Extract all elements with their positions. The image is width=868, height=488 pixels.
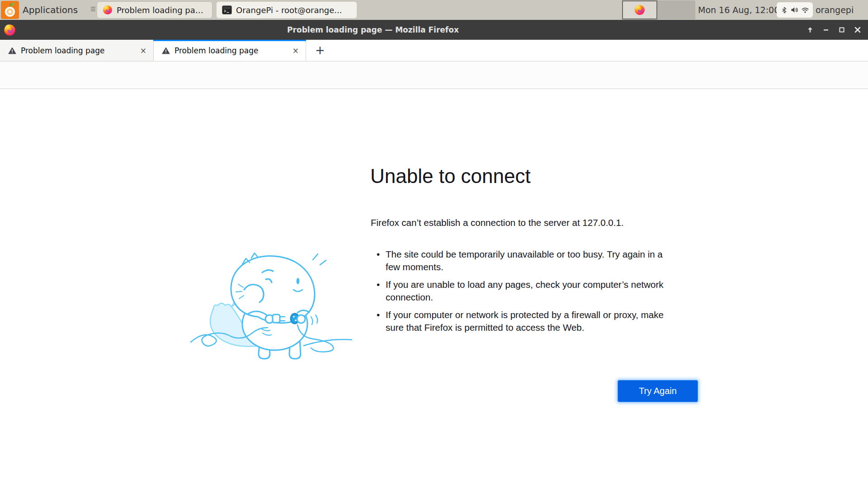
minimize-window-button[interactable] (821, 25, 831, 35)
maximize-window-button[interactable] (837, 25, 847, 35)
warning-icon (8, 47, 16, 54)
try-again-button[interactable]: Try Again (618, 380, 698, 402)
navigation-toolbar: https://127.0.0.1 ⋯ ☆ (0, 61, 868, 89)
list-item: If your computer or network is protected… (377, 309, 666, 333)
taskbar-item-firefox[interactable]: Problem loading page ... (97, 1, 212, 19)
tab-problem-loading-page-2-active[interactable]: Problem loading page × (154, 40, 306, 61)
close-window-button[interactable] (853, 25, 863, 35)
applications-menu-icon[interactable] (1, 1, 19, 19)
terminal-icon (222, 5, 232, 14)
bluetooth-icon[interactable] (781, 7, 787, 14)
error-suggestions-list: The site could be temporarily unavailabl… (377, 248, 666, 339)
panel-clock[interactable]: Mon 16 Aug, 12:00 (698, 0, 779, 20)
window-title: Problem loading page — Mozilla Firefox (0, 20, 746, 40)
wifi-icon[interactable] (802, 7, 809, 13)
tab-label: Problem loading page (175, 46, 287, 55)
window-titlebar[interactable]: Problem loading page — Mozilla Firefox (0, 20, 868, 40)
taskbar-item-terminal[interactable]: OrangePi - root@orange... (216, 1, 357, 19)
new-tab-button[interactable]: + (313, 43, 327, 58)
close-tab-icon[interactable]: × (139, 46, 148, 55)
error-title: Unable to connect (370, 165, 531, 188)
error-page: Unable to connect Firefox can’t establis… (0, 89, 868, 488)
taskbar-item-label: Problem loading page ... (117, 5, 207, 15)
tab-bar: Problem loading page × Problem loading p… (0, 40, 868, 61)
tab-problem-loading-page-1[interactable]: Problem loading page × (0, 40, 154, 61)
hostname-label: orangepi (816, 0, 854, 20)
desktop-panel: Applications Problem loading page ... Or… (0, 0, 868, 20)
unplugged-dino-illustration (190, 246, 353, 361)
workspace-2[interactable] (657, 0, 695, 19)
error-description: Firefox can’t establish a connection to … (371, 217, 624, 228)
close-tab-icon[interactable]: × (291, 46, 300, 55)
firefox-icon (634, 5, 645, 15)
list-item: If you are unable to load any pages, che… (377, 278, 666, 303)
firefox-icon (103, 5, 113, 15)
desktop: { "panel": { "applications_label": "Appl… (0, 0, 868, 488)
applications-menu[interactable]: Applications (23, 0, 78, 20)
shade-window-button[interactable] (805, 25, 815, 35)
list-item: The site could be temporarily unavailabl… (377, 248, 666, 273)
panel-handle-icon (91, 7, 96, 13)
system-tray[interactable] (777, 2, 813, 18)
warning-icon (162, 47, 170, 54)
volume-icon[interactable] (791, 7, 798, 13)
taskbar-item-label: OrangePi - root@orange... (236, 5, 342, 15)
workspace-1-active[interactable] (622, 0, 657, 19)
tab-label: Problem loading page (21, 46, 134, 55)
